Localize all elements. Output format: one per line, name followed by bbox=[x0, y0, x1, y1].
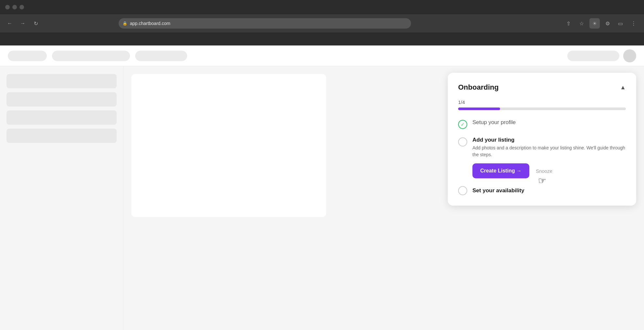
traffic-light-close[interactable] bbox=[5, 5, 10, 9]
content-area: Onboarding ▲ 1/4 ✓ Setup your profile bbox=[123, 66, 644, 330]
header-right bbox=[567, 49, 636, 62]
sidebar-button[interactable]: ▭ bbox=[615, 18, 626, 29]
sidebar-item-3[interactable] bbox=[6, 110, 117, 125]
onboarding-header: Onboarding ▲ bbox=[458, 83, 626, 92]
sidebar-item-1[interactable] bbox=[6, 74, 117, 88]
step-add-listing-content: Add your listing Add photos and a descri… bbox=[472, 137, 626, 178]
header-nav-item-3[interactable] bbox=[135, 51, 187, 61]
header-action-pill[interactable] bbox=[567, 51, 619, 61]
step-completed-icon: ✓ bbox=[458, 120, 467, 129]
sidebar-item-4[interactable] bbox=[6, 129, 117, 143]
step-setup-profile-title: Setup your profile bbox=[472, 119, 626, 126]
app-header bbox=[0, 45, 644, 66]
onboarding-panel: Onboarding ▲ 1/4 ✓ Setup your profile bbox=[448, 73, 636, 206]
progress-section: 1/4 bbox=[458, 99, 626, 110]
toolbar-right: ⇧ ☆ ☀ ⚙ ▭ ⋮ bbox=[563, 18, 639, 29]
step-add-listing: Add your listing Add photos and a descri… bbox=[458, 137, 626, 178]
back-button[interactable]: ← bbox=[5, 19, 14, 28]
bookmark-button[interactable]: ☆ bbox=[576, 18, 587, 29]
extensions-button[interactable]: ☀ bbox=[589, 18, 600, 29]
step-setup-profile: ✓ Setup your profile bbox=[458, 119, 626, 129]
reload-button[interactable]: ↻ bbox=[31, 19, 40, 28]
avatar[interactable] bbox=[623, 49, 636, 62]
puzzle-button[interactable]: ⚙ bbox=[602, 18, 613, 29]
lock-icon: 🔒 bbox=[122, 21, 127, 26]
traffic-light-minimize[interactable] bbox=[12, 5, 17, 9]
menu-button[interactable]: ⋮ bbox=[628, 18, 639, 29]
step-setup-profile-content: Setup your profile bbox=[472, 119, 626, 127]
step-availability-icon bbox=[458, 186, 467, 195]
progress-bar-fill bbox=[458, 108, 500, 110]
chevron-up-icon[interactable]: ▲ bbox=[620, 84, 626, 91]
progress-label: 1/4 bbox=[458, 99, 626, 105]
onboarding-title: Onboarding bbox=[458, 83, 499, 92]
header-nav-item-2[interactable] bbox=[52, 51, 130, 61]
step-add-listing-description: Add photos and a description to make you… bbox=[472, 145, 626, 158]
share-button[interactable]: ⇧ bbox=[563, 18, 574, 29]
forward-button[interactable]: → bbox=[18, 19, 27, 28]
app-area: Onboarding ▲ 1/4 ✓ Setup your profile bbox=[0, 45, 644, 330]
progress-bar-track bbox=[458, 108, 626, 110]
browser-toolbar: ← → ↻ 🔒 app.chartboard.com ⇧ ☆ ☀ ⚙ ▭ ⋮ bbox=[0, 14, 644, 32]
step-add-listing-title: Add your listing bbox=[472, 137, 626, 143]
header-nav-item-1[interactable] bbox=[8, 51, 47, 61]
step-pending-icon bbox=[458, 137, 467, 146]
create-listing-button[interactable]: Create Listing → bbox=[472, 163, 529, 178]
browser-chrome: ← → ↻ 🔒 app.chartboard.com ⇧ ☆ ☀ ⚙ ▭ ⋮ bbox=[0, 0, 644, 45]
address-bar[interactable]: 🔒 app.chartboard.com bbox=[119, 18, 411, 29]
traffic-light-maximize[interactable] bbox=[19, 5, 24, 9]
content-card bbox=[131, 74, 326, 217]
sidebar bbox=[0, 66, 123, 330]
step-add-listing-actions: Create Listing → Snooze bbox=[472, 163, 626, 178]
step-availability-title: Set your availability bbox=[472, 187, 524, 194]
sidebar-item-2[interactable] bbox=[6, 92, 117, 107]
main-content: Onboarding ▲ 1/4 ✓ Setup your profile bbox=[0, 66, 644, 330]
step-set-availability: Set your availability bbox=[458, 186, 626, 195]
snooze-button[interactable]: Snooze bbox=[536, 168, 552, 174]
browser-title-bar bbox=[0, 0, 644, 14]
url-text: app.chartboard.com bbox=[130, 21, 171, 26]
